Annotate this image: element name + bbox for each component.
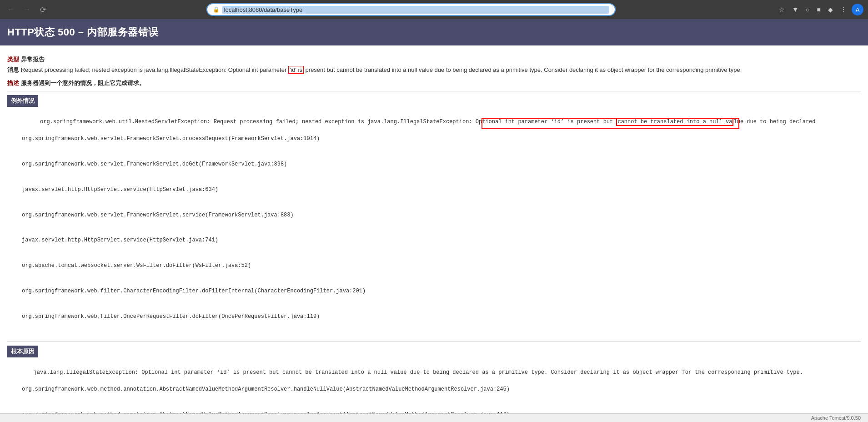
root-cause-section: 根本原因 java.lang.IllegalStateException: Op… (7, 346, 861, 422)
description-row: 描述 服务器遇到一个意外的情况，阻止它完成请求。 (7, 79, 861, 87)
lock-icon: 🔒 (213, 6, 220, 13)
exception-main-line: org.springframework.web.util.NestedServl… (40, 118, 816, 126)
profile-button[interactable]: A (852, 4, 863, 15)
description-label: 描述 (7, 80, 19, 86)
extension3-icon[interactable]: ■ (815, 4, 823, 15)
type-value: 异常报告 (21, 56, 45, 63)
footer-text: Apache Tomcat/9.0.50 (811, 415, 861, 421)
type-row: 类型 异常报告 (7, 55, 861, 64)
error-body: 类型 异常报告 消息 Request processing failed; ne… (0, 45, 868, 422)
message-label: 消息 (7, 66, 19, 73)
message-row: 消息 Request processing failed; nested exc… (7, 65, 861, 75)
forward-button[interactable]: → (21, 4, 34, 15)
exception-overflow: org.springframework.web.util.NestedServl… (7, 110, 861, 338)
divider1 (7, 91, 861, 91)
browser-actions: ☆ ▼ ○ ■ ◆ ⋮ A (777, 4, 863, 15)
stack-line-6: org.apache.tomcat.websocket.server.WsFil… (22, 261, 861, 270)
divider2 (7, 342, 861, 342)
bookmark-icon[interactable]: ☆ (777, 4, 787, 15)
stack-line-5: javax.servlet.http.HttpServlet.service(H… (22, 236, 861, 245)
extension1-icon[interactable]: ▼ (790, 4, 801, 15)
stack-line-2: org.springframework.web.servlet.Framewor… (22, 160, 861, 169)
stack-line-3: javax.servlet.http.HttpServlet.service(H… (22, 186, 861, 194)
description-value: 服务器遇到一个意外的情况，阻止它完成请求。 (21, 80, 145, 86)
back-button[interactable]: ← (5, 4, 17, 15)
root-cause-label: 根本原因 (7, 346, 38, 357)
stack-line-7: org.springframework.web.filter.Character… (22, 287, 861, 296)
browser-chrome: ← → ⟳ 🔒 localhost:8080/data/baseType ☆ ▼… (0, 0, 868, 19)
reload-button[interactable]: ⟳ (37, 4, 49, 16)
http-status-header: HTTP状态 500 – 内部服务器错误 (0, 19, 868, 45)
exception-stack-trace: org.springframework.web.util.NestedServl… (7, 110, 861, 338)
param-id-highlight: 'id' is (288, 66, 304, 74)
stack-line-8: org.springframework.web.filter.OncePerRe… (22, 312, 861, 321)
http-status-title: HTTP状态 500 – 内部服务器错误 (7, 26, 159, 38)
root-cause-main-line: java.lang.IllegalStateException: Optiona… (34, 369, 803, 376)
url-text: localhost:8080/data/baseType (222, 6, 609, 14)
root-line-1: org.springframework.web.method.annotatio… (22, 385, 861, 394)
footer-bar: Apache Tomcat/9.0.50 (0, 413, 868, 422)
root-cause-stack-trace: java.lang.IllegalStateException: Optiona… (7, 360, 861, 422)
exception-section: 例外情况 org.springframework.web.util.Nested… (7, 95, 861, 338)
page-content: HTTP状态 500 – 内部服务器错误 类型 异常报告 消息 Request … (0, 19, 868, 422)
extension2-icon[interactable]: ○ (803, 4, 812, 15)
stack-line-1: org.springframework.web.servlet.Framewor… (22, 135, 861, 143)
exception-label: 例外情况 (7, 95, 38, 107)
stack-line-4: org.springframework.web.servlet.Framewor… (22, 211, 861, 220)
type-label: 类型 (7, 56, 19, 63)
menu-icon[interactable]: ⋮ (838, 4, 849, 15)
address-bar[interactable]: 🔒 localhost:8080/data/baseType (206, 3, 616, 16)
extension4-icon[interactable]: ◆ (826, 4, 835, 15)
